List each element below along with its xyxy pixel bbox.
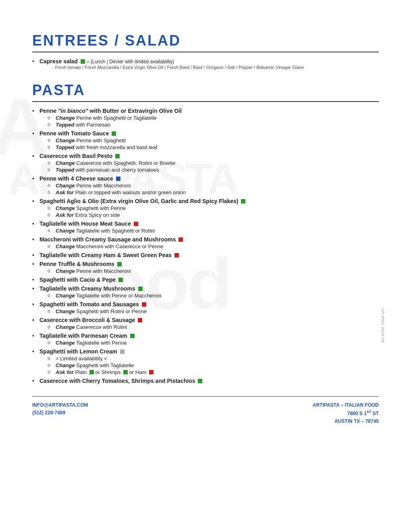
list-item: Spaghetti Aglio & Olio (Extra virgin Oli…	[32, 198, 379, 218]
footer-sup: ST	[367, 410, 372, 414]
footer-right: ARTIPASTA – ITALIAN FOOD 7800 S 1ST ST A…	[313, 401, 379, 426]
list-item: Tagliatelle with Parmesan Cream Change T…	[32, 332, 379, 346]
topped-label: Topped	[56, 144, 74, 150]
footer-address1: 7800 S 1ST ST	[313, 409, 379, 418]
list-item: Change Penne with Spaghetti	[48, 137, 379, 143]
item-spaghetti-cacio: Spaghetti with Cacio & Pepe	[39, 276, 123, 283]
change-label: Change	[56, 324, 75, 330]
item-caserecce-broccoli: Caserecce with Broccoli & Sausage	[39, 317, 142, 323]
sub-list: Change Tagliatelle with Penne	[48, 340, 379, 346]
caprese-avail: – (Lunch | Dinner with limited availabil…	[87, 59, 174, 64]
change-label: Change	[56, 268, 75, 274]
list-item: Spaghetti with Tomato and Sausages Chang…	[32, 301, 379, 314]
sub-list: Change Tagliatelle with Spaghetti or Rot…	[48, 228, 379, 234]
list-item: Tagliatelle with Creamy Mushrooms Change…	[32, 285, 379, 299]
list-item: Change Spaghetti with Penne	[48, 205, 379, 211]
ask-label: Ask for	[56, 189, 74, 195]
ask-label: Ask for	[56, 212, 74, 218]
entrees-list: Caprese salad – (Lunch | Dinner with lim…	[32, 58, 379, 70]
footer: INFO@ARTIPASTA.COM (512) 228-7489 ARTIPA…	[32, 396, 379, 426]
list-item: Change Maccheroni with Caserecce or Penn…	[48, 243, 379, 249]
list-item: Ask for Plain or Shrimps or Ham	[48, 369, 379, 375]
sub-list: Change Penne with Spaghetti Topped with …	[48, 137, 379, 150]
green-icon	[198, 379, 202, 383]
red-icon	[179, 237, 183, 242]
blue-icon	[116, 177, 120, 181]
green-icon	[123, 370, 128, 374]
change-label: Change	[56, 308, 75, 314]
sub-list: Change Spaghetti with Penne Ask for Extr…	[48, 205, 379, 218]
item-tagliatelle-ham: Tagliatelle with Creamy Ham & Sweet Gree…	[39, 252, 179, 258]
change-label: Change	[56, 183, 75, 189]
green-icon	[118, 278, 123, 282]
list-item: Caserecce with Basil Pesto Change Casere…	[32, 153, 379, 173]
item-tagliatelle-parmesan: Tagliatelle with Parmesan Cream	[39, 332, 135, 339]
list-item: Spaghetti with Lemon Cream > Limited ava…	[32, 348, 379, 375]
list-item: Maccheroni with Creamy Sausage and Mushr…	[32, 236, 379, 249]
change-label: Change	[56, 205, 75, 211]
list-item: Spaghetti with Cacio & Pepe	[32, 276, 379, 283]
list-item: Change Tagliatelle with Spaghetti or Rot…	[48, 228, 379, 234]
item-caserecce-cherry: Caserecce with Cherry Tomatoes, Shrimps …	[39, 378, 202, 384]
footer-email: INFO@ARTIPASTA.COM	[32, 401, 88, 409]
change-label: Change	[56, 228, 75, 234]
list-item: Ask for Plain or topped with walnuts and…	[48, 189, 379, 195]
list-item: > Limited availability <	[48, 355, 379, 362]
pasta-divider	[32, 101, 379, 102]
change-label: Change	[56, 362, 75, 368]
sub-list: Change Tagliatelle with Penne or Maccher…	[48, 293, 379, 299]
list-item: Change Tagliatelle with Penne or Maccher…	[48, 293, 379, 299]
green-icon	[115, 154, 120, 158]
red-icon	[149, 370, 154, 374]
grey-icon	[120, 349, 125, 354]
item-penne-tomato: Penne with Tomato Sauce	[39, 130, 116, 137]
sub-list: Change Spaghetti with Rotini or Penne	[48, 308, 379, 314]
footer-left: INFO@ARTIPASTA.COM (512) 228-7489	[32, 401, 88, 417]
list-item: Change Penne with Spaghetti or Tagliatel…	[48, 115, 379, 121]
green-icon	[138, 287, 143, 291]
list-item: Penne "in bianco" with Butter or Extravi…	[32, 108, 379, 128]
green-icon	[81, 59, 85, 64]
sub-list: Change Penne with Spaghetti or Tagliatel…	[48, 115, 379, 128]
green-icon	[241, 199, 245, 204]
list-item: Tagliatelle with House Meat Sauce Change…	[32, 220, 379, 234]
list-item: Penne Truffle & Mushrooms Change Penne w…	[32, 261, 379, 274]
topped-label: Topped	[56, 122, 74, 128]
caprese-salad-name: Caprese salad – (Lunch | Dinner with lim…	[39, 58, 174, 64]
pasta-list: Penne "in bianco" with Butter or Extravi…	[32, 108, 379, 384]
green-icon	[89, 370, 94, 374]
footer-street-suffix: ST	[371, 411, 379, 416]
item-penne-truffle: Penne Truffle & Mushrooms	[39, 261, 122, 267]
list-item: Topped with parmesan and cherry tomatoes	[48, 167, 379, 173]
change-label: Change	[56, 340, 75, 346]
item-spaghetti-lemon: Spaghetti with Lemon Cream	[39, 348, 125, 355]
item-maccheroni-sausage: Maccheroni with Creamy Sausage and Mushr…	[39, 236, 183, 243]
list-item: Change Penne with Maccheroni	[48, 268, 379, 274]
change-label: Change	[56, 160, 75, 166]
list-item: Ask for Extra Spicy on side	[48, 212, 379, 218]
red-icon	[142, 302, 146, 307]
sub-list: Change Penne with Maccheroni Ask for Pla…	[48, 183, 379, 195]
list-item: Change Tagliatelle with Penne	[48, 340, 379, 346]
footer-phone: (512) 228-7489	[32, 409, 88, 417]
topped-label: Topped	[56, 167, 74, 173]
list-item: Change Penne with Maccheroni	[48, 183, 379, 189]
sub-list: Change Caserecce with Spaghetti, Rotini …	[48, 160, 379, 173]
item-penne-bianco: Penne "in bianco" with Butter or Extravi…	[39, 108, 182, 114]
caprese-ingredients: Fresh tomato / Fresh Mozzarella / Extra …	[52, 65, 379, 70]
red-icon	[134, 222, 138, 226]
green-icon	[117, 262, 122, 266]
list-item: Caserecce with Broccoli & Sausage Change…	[32, 317, 379, 330]
list-item: Penne with Tomato Sauce Change Penne wit…	[32, 130, 379, 150]
item-caserecce-pesto: Caserecce with Basil Pesto	[39, 153, 120, 159]
item-tagliatelle-meat: Tagliatelle with House Meat Sauce	[39, 220, 138, 227]
entrees-title: ENTREES / SALAD	[32, 32, 379, 49]
list-item: Caprese salad – (Lunch | Dinner with lim…	[32, 58, 379, 70]
sub-list: > Limited availability < Change Spaghett…	[48, 355, 379, 375]
list-item: Tagliatelle with Creamy Ham & Sweet Gree…	[32, 252, 379, 258]
list-item: Change Spaghetti with Tagliatelle	[48, 362, 379, 368]
pasta-section: PASTA Penne "in bianco" with Butter or E…	[32, 82, 379, 384]
change-label: Change	[56, 243, 75, 249]
item-spaghetti-sausages: Spaghetti with Tomato and Sausages	[39, 301, 146, 308]
change-label: Change	[56, 293, 75, 299]
